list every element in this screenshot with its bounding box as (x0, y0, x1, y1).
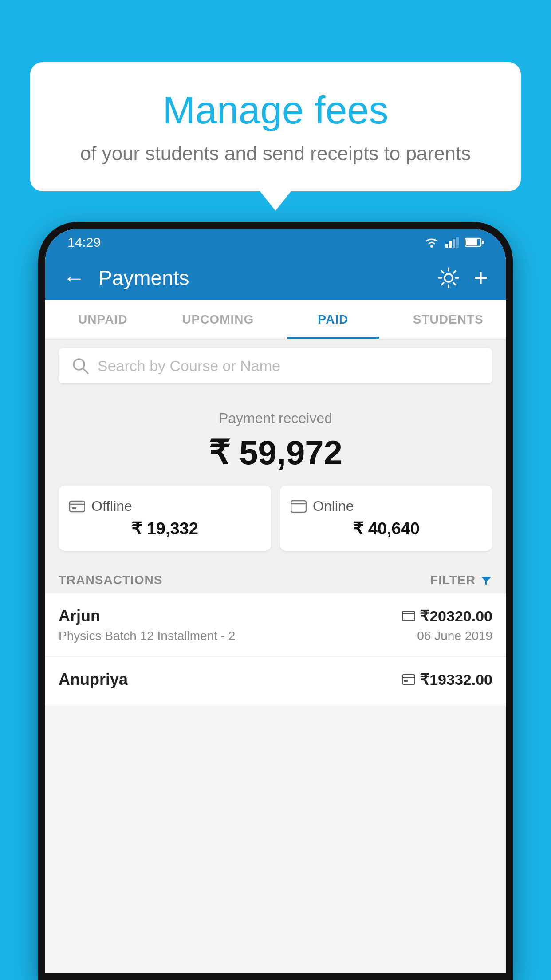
wifi-icon (424, 237, 439, 248)
online-amount: ₹ 40,640 (291, 519, 482, 538)
table-row[interactable]: Anupriya ₹19332.00 (45, 657, 506, 706)
transaction-top-row: Arjun ₹20320.00 (59, 607, 492, 625)
tab-students[interactable]: STUDENTS (391, 300, 506, 339)
tab-unpaid[interactable]: UNPAID (45, 300, 161, 339)
filter-container[interactable]: FILTER (430, 573, 492, 587)
search-icon (72, 357, 89, 374)
svg-point-8 (445, 274, 453, 282)
bubble-title: Manage fees (66, 89, 485, 132)
payment-cards: Offline ₹ 19,332 Online ₹ 40,640 (59, 486, 492, 551)
online-card-top: Online (291, 498, 482, 514)
transaction-top-row: Anupriya ₹19332.00 (59, 670, 492, 689)
header-icons: + (437, 265, 488, 290)
offline-amount: ₹ 19,332 (69, 519, 260, 538)
back-button[interactable]: ← (63, 265, 85, 291)
transaction-date: 06 June 2019 (417, 629, 492, 643)
status-time: 14:29 (67, 235, 101, 250)
svg-rect-2 (449, 241, 452, 248)
offline-label: Offline (91, 498, 132, 514)
online-payment-icon (402, 611, 415, 621)
svg-rect-18 (402, 675, 415, 684)
transactions-header: TRANSACTIONS FILTER (45, 564, 506, 593)
svg-line-10 (83, 368, 88, 373)
svg-rect-3 (453, 239, 455, 248)
svg-rect-7 (482, 241, 484, 244)
svg-rect-11 (70, 501, 85, 512)
svg-rect-20 (404, 680, 408, 682)
offline-icon (69, 500, 85, 513)
offline-card-top: Offline (69, 498, 260, 514)
transaction-name: Anupriya (59, 670, 128, 689)
transaction-course: Physics Batch 12 Installment - 2 (59, 629, 235, 643)
phone-screen: 14:29 (45, 229, 506, 973)
svg-point-0 (430, 245, 433, 248)
transaction-amount-container: ₹19332.00 (402, 671, 492, 688)
tab-paid[interactable]: PAID (276, 300, 391, 339)
transaction-amount: ₹20320.00 (420, 607, 492, 625)
bubble-subtitle: of your students and send receipts to pa… (66, 142, 485, 165)
status-bar: 14:29 (45, 229, 506, 256)
transaction-name: Arjun (59, 607, 100, 625)
svg-rect-13 (72, 507, 76, 509)
transactions-label: TRANSACTIONS (59, 573, 162, 587)
speech-bubble-container: Manage fees of your students and send re… (30, 62, 521, 191)
payment-total-amount: ₹ 59,972 (59, 433, 492, 472)
search-placeholder: Search by Course or Name (98, 357, 280, 375)
phone-frame: 14:29 (38, 222, 513, 980)
transaction-list: Arjun ₹20320.00 Physics Batch 12 Install… (45, 593, 506, 706)
online-label: Online (313, 498, 354, 514)
table-row[interactable]: Arjun ₹20320.00 Physics Batch 12 Install… (45, 593, 506, 657)
svg-rect-16 (402, 611, 415, 621)
gear-icon[interactable] (437, 266, 460, 289)
transaction-bottom-row: Physics Batch 12 Installment - 2 06 June… (59, 629, 492, 643)
svg-rect-14 (291, 501, 306, 512)
payment-received-label: Payment received (59, 410, 492, 427)
svg-rect-6 (466, 239, 477, 245)
app-header: ← Payments + (45, 256, 506, 300)
header-title: Payments (98, 266, 424, 290)
offline-payment-icon (402, 674, 415, 685)
filter-icon (480, 574, 492, 586)
offline-payment-card: Offline ₹ 19,332 (59, 486, 271, 551)
online-icon (291, 500, 307, 513)
transaction-amount: ₹19332.00 (420, 671, 492, 688)
search-bar[interactable]: Search by Course or Name (59, 348, 492, 383)
transaction-amount-container: ₹20320.00 (402, 607, 492, 625)
svg-rect-1 (445, 244, 448, 248)
signal-icon (445, 237, 459, 248)
tabs-bar: UNPAID UPCOMING PAID STUDENTS (45, 300, 506, 339)
speech-bubble: Manage fees of your students and send re… (30, 62, 521, 191)
add-button[interactable]: + (473, 265, 488, 290)
tab-upcoming[interactable]: UPCOMING (161, 300, 276, 339)
online-payment-card: Online ₹ 40,640 (280, 486, 492, 551)
filter-label: FILTER (430, 573, 476, 587)
search-container: Search by Course or Name (45, 339, 506, 392)
svg-rect-4 (456, 237, 459, 248)
payment-summary: Payment received ₹ 59,972 Offline ₹ 19,3… (45, 392, 506, 564)
battery-icon (465, 237, 484, 247)
status-icons (424, 237, 484, 248)
